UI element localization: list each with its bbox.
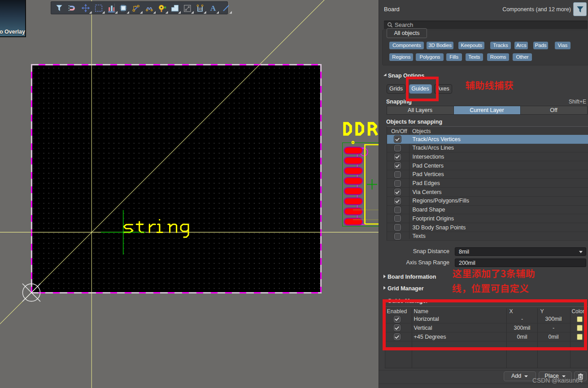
snap-options-expand-icon[interactable] <box>383 73 387 76</box>
snap-object-row[interactable]: Board Shape <box>387 206 588 215</box>
snap-object-row[interactable]: Footprint Origins <box>387 214 588 223</box>
svg-text:10: 10 <box>198 7 202 11</box>
component-origin-cross <box>367 179 377 190</box>
toolbar-button-move-selection[interactable] <box>79 2 92 14</box>
toolbar-button-filter-objects[interactable] <box>53 2 66 14</box>
snap-object-checkbox[interactable] <box>394 233 401 240</box>
filter-button-other[interactable]: Other <box>513 53 532 61</box>
interactive-sizing-icon <box>107 3 117 13</box>
toolbar-button-interactive-sizing[interactable] <box>105 2 118 14</box>
toolbar-button-place-pad[interactable] <box>156 2 169 14</box>
snap-object-checkbox[interactable] <box>394 224 401 231</box>
snap-object-label: Board Shape <box>413 207 445 213</box>
axis-snap-range-value: 200mil <box>459 260 475 266</box>
snap-object-row[interactable]: Track/Arcs Vertices <box>387 135 588 144</box>
snap-object-row[interactable]: Intersections <box>387 152 588 161</box>
toolbar-button-select-area[interactable] <box>92 2 105 14</box>
snapping-option-current-layer[interactable]: Current Layer <box>454 106 520 114</box>
snap-object-checkbox[interactable] <box>394 189 401 195</box>
toolbar-button-interactive-length-tuning[interactable] <box>143 2 156 14</box>
snap-object-row[interactable]: Pad Vertices <box>387 170 588 179</box>
snap-object-checkbox[interactable] <box>394 180 401 187</box>
snapping-shortcut: Shift+E <box>569 99 586 105</box>
snap-object-row[interactable]: Via Centers <box>387 188 588 197</box>
dropdown-caret-icon <box>579 251 583 253</box>
place-line-icon <box>221 3 231 13</box>
section-title-board-information[interactable]: Board Information <box>388 274 436 280</box>
snapping-option-off[interactable]: Off <box>521 106 587 114</box>
active-bar-toolbar: 10A <box>51 1 228 14</box>
grid-manager-expand-icon[interactable] <box>383 286 386 290</box>
filter-button-fills[interactable]: Fills <box>446 53 462 61</box>
select-area-icon <box>94 3 104 13</box>
funnel-icon <box>576 5 584 14</box>
toolbar-button-place-polygon[interactable] <box>168 2 181 14</box>
component-designator-text[interactable] <box>344 122 377 136</box>
snap-object-checkbox[interactable] <box>394 136 401 142</box>
toolbar-button-snap-magnet[interactable] <box>66 2 79 14</box>
panel-title: Board <box>384 6 400 13</box>
component-footprint[interactable] <box>343 141 379 226</box>
place-component-icon <box>118 3 128 13</box>
snap-object-row[interactable]: 3D Body Snap Points <box>387 223 588 232</box>
layer-indicator-label: o Overlay <box>0 29 25 35</box>
snap-object-row[interactable]: Pad Edges <box>387 179 588 188</box>
board-information-expand-icon[interactable] <box>383 275 386 278</box>
snap-object-row[interactable]: Track/Arcs Lines <box>387 144 588 153</box>
snap-distance-label: Snap Distance <box>383 248 449 254</box>
column-header-onoff: On/Off <box>391 128 407 134</box>
snap-distance-value: 8mil <box>459 249 469 255</box>
svg-text:A: A <box>210 4 216 13</box>
snap-magnet-icon <box>68 3 78 13</box>
annotation-box-guides <box>406 77 439 101</box>
snap-object-row[interactable]: Texts <box>387 232 588 241</box>
filter-button-keepouts[interactable]: Keepouts <box>458 42 484 49</box>
filter-button-components[interactable]: Components <box>389 42 424 49</box>
snapping-option-all-layers[interactable]: All Layers <box>387 106 453 114</box>
filter-button-rooms[interactable]: Rooms <box>487 53 509 61</box>
toolbar-button-place-component[interactable] <box>117 2 130 14</box>
snap-button-grids[interactable]: Grids <box>387 84 405 94</box>
snap-object-checkbox[interactable] <box>394 198 401 204</box>
filter-button-3d-bodies[interactable]: 3D Bodies <box>427 42 453 49</box>
place-string-icon: A <box>208 3 218 13</box>
filter-objects-icon <box>54 3 64 13</box>
toolbar-button-place-line[interactable] <box>219 2 232 14</box>
snap-object-checkbox[interactable] <box>394 215 401 222</box>
snap-distance-dropdown[interactable]: 8mil <box>455 247 586 256</box>
pcb-canvas[interactable]: o Overlay 10A <box>0 0 379 388</box>
filter-button-vias[interactable]: Vias <box>555 42 571 49</box>
snap-object-label: Intersections <box>413 154 444 160</box>
section-title-grid-manager[interactable]: Grid Manager <box>388 285 424 292</box>
filter-button-tracks[interactable]: Tracks <box>490 42 511 49</box>
panel-scope-label[interactable]: Components (and 12 more) <box>502 6 571 13</box>
snap-object-checkbox[interactable] <box>394 154 401 160</box>
snap-object-row[interactable]: Pad Centers <box>387 161 588 170</box>
filter-button-pads[interactable]: Pads <box>533 42 549 49</box>
snap-object-checkbox[interactable] <box>394 162 401 169</box>
annotation-added-guides-line1 <box>453 268 536 280</box>
toolbar-button-place-dimension[interactable] <box>181 2 194 14</box>
add-button[interactable]: Add <box>504 371 536 381</box>
toolbar-button-interactive-routing[interactable] <box>130 2 143 14</box>
snap-object-checkbox[interactable] <box>394 145 401 151</box>
filter-button-arcs[interactable]: Arcs <box>514 42 528 49</box>
filter-button-regions[interactable]: Regions <box>389 53 413 61</box>
annotation-added-guides-line2 <box>452 283 529 294</box>
filter-button-all-objects[interactable]: All objects <box>387 28 427 38</box>
filter-button-texts[interactable]: Texts <box>466 53 483 61</box>
axis-snap-range-input[interactable]: 200mil <box>455 259 586 267</box>
snap-object-label: Pad Centers <box>413 163 444 169</box>
snap-object-checkbox[interactable] <box>394 207 401 213</box>
interactive-length-tuning-icon <box>145 3 155 13</box>
snap-object-checkbox[interactable] <box>394 171 401 178</box>
object-filter-button[interactable] <box>573 2 587 16</box>
filter-button-polygons[interactable]: Polygons <box>416 53 444 61</box>
toolbar-button-place-string[interactable]: A <box>206 2 219 14</box>
toolbar-button-place-coordinate[interactable]: 10 <box>194 2 207 14</box>
board-string-text[interactable] <box>124 219 188 237</box>
place-pad-icon <box>157 3 167 13</box>
guide-45-degrees[interactable] <box>0 0 356 355</box>
snap-object-label: Track/Arcs Lines <box>413 145 454 151</box>
snap-object-row[interactable]: Regions/Polygons/Fills <box>387 197 588 206</box>
